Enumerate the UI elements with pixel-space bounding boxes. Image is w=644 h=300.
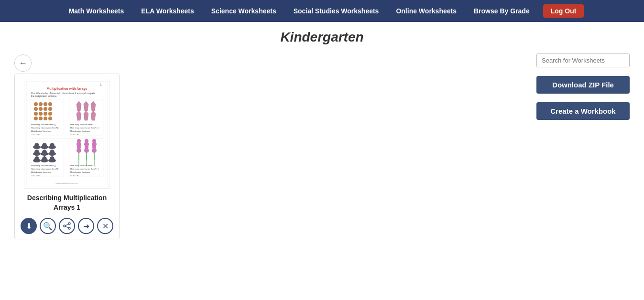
assign-worksheet-button[interactable]: ➜ [78,218,94,234]
svg-point-21 [48,117,52,120]
svg-text:How many columns are there? [ : How many columns are there? [ ] [70,127,98,129]
svg-text:Multiplication Sentence:: Multiplication Sentence: [31,130,51,132]
svg-text:How many columns are there? [ : How many columns are there? [ ] [31,168,59,170]
svg-point-10 [34,107,38,111]
svg-text:Multiplication Sentence:: Multiplication Sentence: [70,130,90,132]
main-nav: Math Worksheets ELA Worksheets Science W… [0,0,644,22]
nav-ela-worksheets[interactable]: ELA Worksheets [132,7,202,15]
create-workbook-button[interactable]: Create a Workbook [536,102,630,120]
svg-point-6 [34,102,38,106]
svg-point-86 [64,225,65,227]
svg-point-11 [39,107,43,111]
worksheet-card: 1 Multiplication with Arrays Count the n… [14,74,120,239]
nav-online-worksheets[interactable]: Online Worksheets [387,7,465,15]
search-input[interactable] [536,54,630,67]
share-worksheet-button[interactable] [59,218,75,234]
svg-text:Multiplication with Arrays: Multiplication with Arrays [47,87,87,91]
svg-text:How many rows are there? [  ]: How many rows are there? [ ] [70,164,95,167]
right-sidebar: Download ZIP File Create a Workbook [524,50,630,239]
svg-line-89 [65,226,68,228]
nav-browse-by-grade[interactable]: Browse By Grade [465,7,538,15]
svg-text:□ × □ = □: □ × □ = □ [70,133,80,136]
svg-point-7 [39,102,43,106]
svg-point-73 [92,139,96,143]
worksheet-preview-svg: 1 Multiplication with Arrays Count the n… [26,81,108,186]
svg-point-46 [34,150,39,155]
svg-text:the multiplication sentence.: the multiplication sentence. [31,95,57,97]
svg-point-85 [68,223,70,225]
svg-point-56 [50,156,55,162]
svg-point-79 [92,145,96,149]
svg-text:1: 1 [100,83,102,86]
svg-text:How many rows are there? [  ]: How many rows are there? [ ] [70,123,95,126]
svg-text:How many rows are there? [  ]: How many rows are there? [ ] [31,123,56,126]
svg-point-87 [68,227,70,229]
svg-text:Multiplication Sentence:: Multiplication Sentence: [31,171,51,173]
nav-math-worksheets[interactable]: Math Worksheets [60,7,133,15]
worksheet-action-bar: ⬇ 🔍 ➜ ✕ [21,218,113,234]
svg-point-17 [48,112,52,116]
svg-text:How many columns are there? [ : How many columns are there? [ ] [70,168,98,170]
svg-point-12 [44,107,47,111]
content-area: ← 1 Multiplication with Arrays Count the… [0,50,644,239]
nav-science-worksheets[interactable]: Science Worksheets [203,7,285,15]
svg-point-77 [85,145,88,149]
svg-text:How many rows are there? [  ]: How many rows are there? [ ] [31,164,56,167]
svg-point-20 [44,117,47,120]
magnify-worksheet-button[interactable]: 🔍 [40,218,56,234]
logout-button[interactable]: Log Out [543,4,584,18]
svg-point-50 [50,150,55,155]
svg-point-19 [39,117,43,120]
svg-point-52 [34,156,39,162]
svg-text:Count the number of rows and c: Count the number of rows and columns in … [31,92,96,95]
svg-text:□ × □ = □: □ × □ = □ [31,174,41,177]
nav-social-studies-worksheets[interactable]: Social Studies Worksheets [285,7,388,15]
download-zip-button[interactable]: Download ZIP File [536,76,630,94]
svg-point-40 [34,143,39,149]
svg-text:Multiplication Sentence:: Multiplication Sentence: [70,171,90,173]
svg-text:□ × □ = □: □ × □ = □ [70,174,80,177]
svg-text:How many columns are there? [ : How many columns are there? [ ] [31,127,59,129]
svg-point-9 [48,102,52,106]
svg-text:mathworksheets4kids.com: mathworksheets4kids.com [55,182,78,184]
svg-point-42 [42,143,47,149]
download-worksheet-button[interactable]: ⬇ [21,218,37,234]
back-button[interactable]: ← [14,54,32,72]
page-title: Kindergarten [0,30,644,45]
svg-point-14 [34,112,38,116]
worksheet-thumbnail[interactable]: 1 Multiplication with Arrays Count the n… [24,79,110,189]
remove-worksheet-button[interactable]: ✕ [97,218,113,234]
svg-point-54 [42,156,47,162]
svg-point-71 [85,139,88,143]
svg-point-18 [34,117,38,120]
svg-point-15 [39,112,43,116]
svg-line-88 [65,224,68,225]
worksheet-title: Describing Multiplication Arrays 1 [27,193,107,212]
svg-point-69 [77,139,81,143]
svg-text:□ × □ = □: □ × □ = □ [31,133,41,136]
worksheets-grid: 1 Multiplication with Arrays Count the n… [14,50,524,239]
svg-point-13 [48,107,52,111]
svg-point-8 [44,102,47,106]
svg-point-44 [50,143,55,149]
svg-point-16 [44,112,47,116]
svg-point-75 [77,145,81,149]
svg-point-48 [42,150,47,155]
